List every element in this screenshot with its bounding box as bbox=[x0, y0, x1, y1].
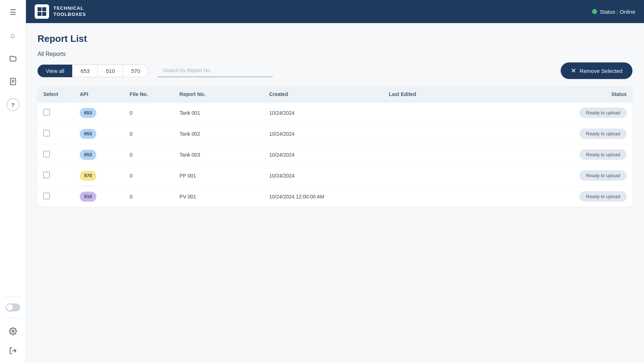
reportno-cell-3: PP 001 bbox=[174, 165, 264, 186]
svg-rect-7 bbox=[42, 7, 46, 11]
row-checkbox-3[interactable] bbox=[43, 172, 50, 178]
reportno-cell-4: PV 001 bbox=[174, 186, 264, 207]
fileno-cell-4: 0 bbox=[124, 186, 174, 207]
home-icon[interactable]: ⌂ bbox=[6, 29, 19, 42]
table-row: 653 0 Tank 001 10/24/2024 Ready to uploa… bbox=[38, 102, 632, 123]
reports-icon[interactable] bbox=[6, 75, 19, 88]
svg-rect-8 bbox=[38, 12, 41, 16]
fileno-cell-1: 0 bbox=[124, 123, 174, 144]
row-checkbox-0[interactable] bbox=[43, 109, 50, 115]
sidebar: ☰ ⌂ ? bbox=[0, 0, 26, 363]
filter-group: View all 653 510 570 bbox=[38, 65, 149, 77]
folder-icon[interactable] bbox=[6, 52, 19, 65]
lastedited-cell-2 bbox=[383, 144, 533, 165]
row-checkbox-4[interactable] bbox=[43, 193, 50, 199]
fileno-cell-3: 0 bbox=[124, 165, 174, 186]
status-badge-3: Ready to upload bbox=[579, 170, 627, 181]
created-cell-3: 10/24/2024 bbox=[263, 165, 383, 186]
col-header-status: Status bbox=[533, 86, 632, 102]
status-area: Status : Online bbox=[592, 9, 635, 15]
api-badge-0: 653 bbox=[80, 108, 96, 118]
table-row: 570 0 PP 001 10/24/2024 Ready to upload bbox=[38, 165, 632, 186]
table-row: 653 0 Tank 002 10/24/2024 Ready to uploa… bbox=[38, 123, 632, 144]
fileno-cell-2: 0 bbox=[124, 144, 174, 165]
created-cell-0: 10/24/2024 bbox=[263, 102, 383, 123]
api-badge-3: 570 bbox=[80, 171, 96, 181]
section-label: All Reports bbox=[38, 51, 632, 57]
filter-510[interactable]: 510 bbox=[97, 65, 123, 77]
table-row: 510 0 PV 001 10/24/2024 12:00:00 AM Read… bbox=[38, 186, 632, 207]
svg-point-4 bbox=[12, 330, 14, 332]
remove-icon: ✕ bbox=[571, 67, 576, 75]
status-badge-0: Ready to upload bbox=[579, 108, 627, 118]
reportno-cell-2: Tank 003 bbox=[174, 144, 264, 165]
theme-toggle[interactable] bbox=[6, 303, 20, 311]
api-badge-2: 653 bbox=[80, 150, 96, 160]
api-badge-1: 653 bbox=[80, 129, 96, 139]
fileno-cell-0: 0 bbox=[124, 102, 174, 123]
help-icon[interactable]: ? bbox=[6, 98, 19, 111]
settings-icon[interactable] bbox=[6, 325, 19, 338]
reportno-cell-1: Tank 002 bbox=[174, 123, 264, 144]
remove-label: Remove Selected bbox=[580, 68, 622, 74]
created-cell-4: 10/24/2024 12:00:00 AM bbox=[263, 186, 383, 207]
page-content: Report List All Reports View all 653 510… bbox=[26, 23, 644, 363]
col-header-lastedited: Last Edited bbox=[383, 86, 533, 102]
col-header-created: Created bbox=[263, 86, 383, 102]
logout-icon[interactable] bbox=[6, 344, 19, 357]
page-title: Report List bbox=[38, 33, 632, 44]
status-dot bbox=[592, 9, 597, 14]
filter-570[interactable]: 570 bbox=[123, 65, 148, 77]
created-cell-2: 10/24/2024 bbox=[263, 144, 383, 165]
status-label: Status : Online bbox=[600, 9, 635, 15]
col-header-reportno: Report No. bbox=[174, 86, 264, 102]
table-header: Select API File No. Report No. Created L… bbox=[38, 86, 632, 102]
api-badge-4: 510 bbox=[80, 192, 96, 202]
app-header: TECHNICAL TOOLBOXES Status : Online bbox=[26, 0, 644, 23]
logo-icon bbox=[35, 4, 49, 19]
sidebar-divider-2 bbox=[4, 318, 22, 318]
reportno-cell-0: Tank 001 bbox=[174, 102, 264, 123]
sidebar-divider bbox=[4, 297, 22, 297]
lastedited-cell-1 bbox=[383, 123, 533, 144]
table-body: 653 0 Tank 001 10/24/2024 Ready to uploa… bbox=[38, 102, 632, 207]
remove-selected-button[interactable]: ✕ Remove Selected bbox=[561, 62, 632, 79]
filter-653[interactable]: 653 bbox=[72, 65, 97, 77]
col-header-api: API bbox=[74, 86, 124, 102]
status-badge-1: Ready to upload bbox=[579, 128, 627, 139]
report-table: Select API File No. Report No. Created L… bbox=[38, 86, 632, 207]
col-header-select: Select bbox=[38, 86, 74, 102]
logo-area: TECHNICAL TOOLBOXES bbox=[35, 4, 86, 19]
created-cell-1: 10/24/2024 bbox=[263, 123, 383, 144]
logo-text: TECHNICAL TOOLBOXES bbox=[53, 5, 86, 18]
status-badge-4: Ready to upload bbox=[579, 191, 627, 202]
search-box bbox=[157, 64, 273, 77]
row-checkbox-2[interactable] bbox=[43, 151, 50, 157]
menu-icon[interactable]: ☰ bbox=[6, 6, 19, 19]
lastedited-cell-3 bbox=[383, 165, 533, 186]
search-input[interactable] bbox=[157, 64, 273, 77]
status-badge-2: Ready to upload bbox=[579, 149, 627, 160]
row-checkbox-1[interactable] bbox=[43, 130, 50, 136]
lastedited-cell-4 bbox=[383, 186, 533, 207]
lastedited-cell-0 bbox=[383, 102, 533, 123]
filter-view-all[interactable]: View all bbox=[38, 65, 72, 77]
svg-rect-6 bbox=[38, 7, 41, 11]
svg-rect-9 bbox=[42, 12, 46, 16]
main-area: TECHNICAL TOOLBOXES Status : Online Repo… bbox=[26, 0, 644, 363]
table-row: 653 0 Tank 003 10/24/2024 Ready to uploa… bbox=[38, 144, 632, 165]
col-header-fileno: File No. bbox=[124, 86, 174, 102]
